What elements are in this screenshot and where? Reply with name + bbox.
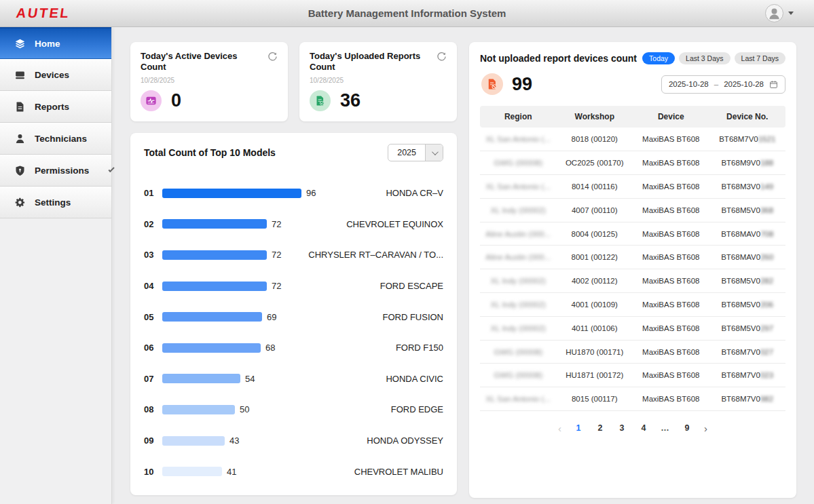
model-label: FORD F150 [275,343,443,353]
sidebar-item-reports[interactable]: Reports [0,91,111,123]
device-no-cell: BT68M5V0206 [709,293,786,317]
pagination-page-9[interactable]: 9 [680,421,695,435]
col-header-device: Device [633,106,709,128]
rank-label: 10 [144,467,162,477]
workshop-cell: 4002 (00112) [557,269,633,293]
not-uploaded-panel: Not uploaded report devices count Today … [469,42,796,498]
workshop-cell: 4001 (00109) [557,293,633,317]
date-range-picker[interactable]: 2025-10-28 – 2025-10-28 [661,75,785,94]
filter-last-7-days[interactable]: Last 7 Days [735,52,785,64]
date-to[interactable]: 2025-10-28 [724,80,764,88]
bar [162,250,267,260]
report-check-icon [310,90,331,111]
workshop-cell: 4007 (00110) [557,198,633,222]
sidebar-item-technicians[interactable]: Technicians [0,123,111,155]
bar [162,374,240,383]
sidebar-item-settings[interactable]: Settings [0,187,111,218]
table-row: XL Indy (00002)4007 (00110)MaxiBAS BT608… [480,198,785,222]
device-icon [14,69,26,81]
workshop-cell: 8018 (00120) [557,128,633,151]
chevron-down-icon[interactable] [425,144,443,161]
model-label: CHRYSLER RT–CARAVAN / TO... [281,250,443,260]
date-from[interactable]: 2025-10-28 [669,80,709,88]
device-cell: MaxiBAS BT608 [633,387,709,411]
layers-icon [14,38,26,50]
table-row: XL Indy (00002)4011 (00106)MaxiBAS BT608… [480,316,785,340]
col-header-device-no: Device No. [709,106,786,128]
chart-row: 0668FORD F150 [144,332,443,364]
person-icon [766,5,782,21]
year-select[interactable]: 2025 [388,144,443,161]
region-cell-blurred: XL San Antonio (... [486,395,551,403]
chart-row: 0943HONDA ODYSSEY [144,425,443,457]
device-cell: MaxiBAS BT608 [633,175,709,199]
region-cell-blurred: GWG (00008) [494,348,542,356]
sidebar-item-devices[interactable]: Devices [0,59,111,91]
workshop-cell: 8014 (00116) [557,175,633,199]
region-cell-blurred: XL San Antonio (... [486,135,551,143]
device-no-cell: BT68M9V0188 [709,151,786,175]
chart-row: 0472FORD ESCAPE [144,271,443,302]
workshop-cell: 8015 (00117) [557,387,633,411]
bar-value: 41 [227,467,236,477]
pagination-page-3[interactable]: 3 [614,421,629,435]
bar [162,282,267,291]
refresh-button[interactable] [437,52,447,64]
bar-value: 72 [272,250,281,260]
refresh-button[interactable] [267,52,278,64]
device-cell: MaxiBAS BT608 [633,340,709,364]
chart-row: 0372CHRYSLER RT–CARAVAN / TO... [144,239,443,271]
pagination-ellipsis: … [658,421,673,435]
device-cell: MaxiBAS BT608 [633,364,709,387]
chevron-down-icon[interactable] [788,12,794,15]
calendar-icon[interactable] [769,80,778,89]
bar [162,467,222,476]
bar-value: 43 [229,435,239,446]
pagination-next[interactable]: › [701,423,710,434]
rank-label: 07 [144,374,162,384]
sidebar-item-label: Technicians [35,134,87,144]
chart-row: 0196HONDA CR–V [144,178,443,209]
pagination-page-1[interactable]: 1 [571,421,586,435]
year-select-value: 2025 [388,144,425,161]
refresh-icon [267,52,278,62]
rank-label: 09 [144,435,162,446]
devices-table: Region Workshop Device Device No. XL San… [480,106,785,411]
technician-icon [14,133,26,144]
device-no-cell: BT68M5V0368 [709,198,786,222]
sidebar-item-permissions[interactable]: Permissions [0,155,111,187]
model-label: CHEVROLET EQUINOX [281,219,443,229]
bar-value: 68 [265,343,275,353]
rank-label: 04 [144,281,162,291]
region-cell-blurred: Aline Austin (000... [485,230,551,238]
region-cell-blurred: XL Indy (00002) [491,324,546,332]
active-devices-count: 0 [171,90,181,111]
sidebar-item-label: Home [35,39,60,49]
sidebar-item-home[interactable]: Home [0,27,111,59]
card-date: 10/28/2025 [141,77,278,84]
filter-today[interactable]: Today [642,52,675,64]
model-label: HONDA ODYSSEY [239,435,443,446]
region-cell-blurred: GWG (00008) [494,371,542,379]
workshop-cell: 8001 (00122) [557,246,633,269]
bar [162,405,235,414]
pagination-page-4[interactable]: 4 [636,421,651,435]
workshop-cell: 8004 (00125) [557,222,633,246]
user-menu[interactable] [702,4,814,22]
chart-row: 0754HONDA CIVIC [144,364,443,395]
active-devices-card: Today's Active Devices Count 10/28/2025 [130,42,288,121]
autel-logo: AUTEL [0,5,113,21]
table-row: GWG (00008)HU1870 (00171)MaxiBAS BT608BT… [480,340,785,364]
table-row: GWG (00008)HU1871 (00172)MaxiBAS BT608BT… [480,364,785,387]
col-header-region: Region [480,106,557,128]
col-header-workshop: Workshop [557,106,633,128]
table-row: XL Indy (00002)4002 (00112)MaxiBAS BT608… [480,269,785,293]
filter-last-3-days[interactable]: Last 3 Days [679,52,730,64]
device-no-cell: BT68M5V0282 [709,269,786,293]
sidebar-item-label: Devices [35,70,69,80]
pagination-prev[interactable]: ‹ [555,423,564,434]
report-missing-icon [481,73,503,95]
bar-value: 54 [245,374,255,384]
avatar[interactable] [765,4,783,22]
pagination-page-2[interactable]: 2 [593,421,608,435]
